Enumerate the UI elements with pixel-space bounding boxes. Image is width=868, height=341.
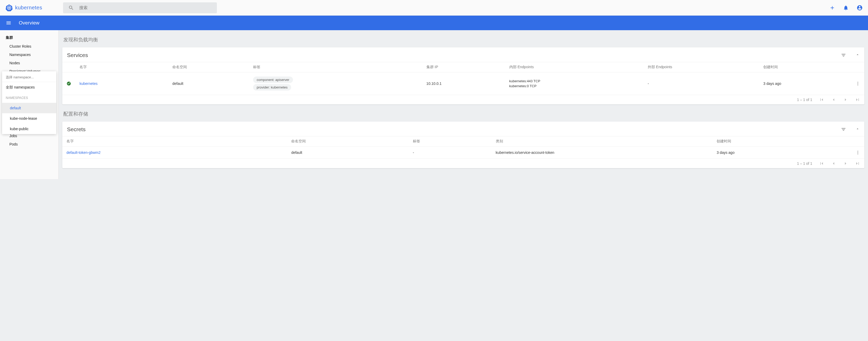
last-page-icon[interactable] — [855, 97, 860, 102]
svg-point-10 — [858, 82, 858, 82]
col-internal-ep: 内部 Endpoints — [505, 62, 644, 72]
namespace-item-default[interactable]: default — [2, 103, 56, 113]
namespace-search-input[interactable] — [6, 75, 53, 79]
kubernetes-logo-icon — [5, 4, 13, 12]
row-more-icon[interactable] — [851, 72, 864, 95]
service-labels: component: apiserver provider: kubernete… — [249, 72, 422, 95]
namespace-search[interactable] — [2, 71, 56, 82]
account-icon[interactable] — [857, 5, 863, 11]
pagination-range: 1 – 1 of 1 — [797, 161, 812, 166]
secret-type: kubernetes.io/service-account-token — [492, 146, 713, 159]
table-row: kubernetes default component: apiserver … — [62, 72, 864, 95]
secret-namespace: default — [287, 146, 408, 159]
row-more-icon[interactable] — [851, 146, 864, 159]
filter-icon[interactable] — [841, 53, 846, 58]
namespace-section-label: NAMESPACES — [2, 93, 56, 103]
blue-bar: Overview — [0, 15, 868, 30]
svg-point-15 — [858, 154, 858, 155]
col-name: 名字 — [75, 62, 168, 72]
first-page-icon[interactable] — [819, 161, 824, 166]
services-table: 名字 命名空间 标签 集群 IP 内部 Endpoints 外部 Endpoin… — [62, 62, 864, 95]
service-namespace: default — [168, 72, 249, 95]
svg-point-13 — [858, 151, 858, 151]
service-external-ep: - — [644, 72, 759, 95]
services-card-title: Services — [67, 52, 88, 58]
sidebar-item-pods[interactable]: Pods — [0, 140, 58, 148]
sidebar-item-namespaces[interactable]: Namespaces — [0, 50, 58, 59]
service-cluster-ip: 10.10.0.1 — [422, 72, 505, 95]
secrets-pagination: 1 – 1 of 1 — [62, 159, 864, 168]
section-discovery-title: 发现和负载均衡 — [63, 36, 863, 43]
collapse-icon[interactable] — [856, 127, 860, 132]
topbar-icons — [830, 5, 863, 11]
svg-point-14 — [858, 152, 858, 153]
filter-icon[interactable] — [841, 127, 846, 132]
logo[interactable]: kubernetes — [5, 4, 42, 12]
search-icon — [68, 5, 74, 11]
sidebar-item-cluster-roles[interactable]: Cluster Roles — [0, 42, 58, 50]
secrets-card: Secrets 名字 命名空间 标签 类别 创建时间 default- — [62, 122, 864, 168]
prev-page-icon[interactable] — [831, 161, 836, 166]
service-internal-ep: kubernetes:443 TCP kubernetes:0 TCP — [505, 72, 644, 95]
section-config-title: 配置和存储 — [63, 111, 863, 117]
secrets-card-title: Secrets — [67, 126, 86, 133]
col-external-ep: 外部 Endpoints — [644, 62, 759, 72]
col-namespace: 命名空间 — [168, 62, 249, 72]
sidebar-group-cluster: 集群 — [0, 33, 58, 42]
col-labels: 标签 — [249, 62, 422, 72]
logo-text: kubernetes — [15, 5, 42, 11]
col-namespace: 命名空间 — [287, 136, 408, 146]
col-type: 类别 — [492, 136, 713, 146]
create-icon[interactable] — [830, 5, 835, 11]
next-page-icon[interactable] — [843, 161, 848, 166]
first-page-icon[interactable] — [819, 97, 824, 102]
namespace-item-kube-public[interactable]: kube-public — [2, 124, 56, 134]
table-row: default-token-gbwm2 default - kubernetes… — [62, 146, 864, 159]
col-name: 名字 — [62, 136, 287, 146]
col-created: 创建时间 — [759, 62, 851, 72]
services-card: Services 名字 命名空间 标签 集群 IP 内部 Endpoints 外… — [62, 47, 864, 104]
label-chip: provider: kubernetes — [253, 84, 291, 91]
next-page-icon[interactable] — [843, 97, 848, 102]
col-created: 创建时间 — [712, 136, 851, 146]
menu-icon[interactable] — [6, 20, 11, 26]
label-chip: component: apiserver — [253, 76, 293, 83]
secrets-table: 名字 命名空间 标签 类别 创建时间 default-token-gbwm2 d… — [62, 136, 864, 159]
service-name-link[interactable]: kubernetes — [80, 81, 97, 86]
notifications-icon[interactable] — [843, 5, 849, 11]
col-cluster-ip: 集群 IP — [422, 62, 505, 72]
search-input[interactable] — [74, 5, 212, 10]
sidebar-item-nodes[interactable]: Nodes — [0, 59, 58, 67]
search-box[interactable] — [63, 2, 217, 13]
col-labels: 标签 — [409, 136, 492, 146]
collapse-icon[interactable] — [856, 53, 860, 58]
services-pagination: 1 – 1 of 1 — [62, 95, 864, 104]
status-ok-icon — [62, 72, 75, 95]
service-created: 3 days ago — [759, 72, 851, 95]
svg-point-12 — [858, 84, 858, 86]
namespace-all[interactable]: 全部 namespaces — [2, 82, 56, 93]
svg-point-11 — [858, 83, 858, 84]
namespace-item-kube-node-lease[interactable]: kube-node-lease — [2, 113, 56, 124]
secret-labels: - — [409, 146, 492, 159]
prev-page-icon[interactable] — [831, 97, 836, 102]
secret-name-link[interactable]: default-token-gbwm2 — [66, 150, 101, 155]
main-content: 发现和负载均衡 Services 名字 命名空间 标签 集群 IP 内部 End… — [59, 30, 868, 179]
pagination-range: 1 – 1 of 1 — [797, 98, 812, 102]
page-title: Overview — [19, 20, 39, 26]
secret-created: 3 days ago — [712, 146, 851, 159]
top-header: kubernetes — [0, 0, 868, 15]
last-page-icon[interactable] — [855, 161, 860, 166]
sidebar: 集群 Cluster Roles Namespaces Nodes Persis… — [0, 30, 59, 179]
namespace-selector-popup: 全部 namespaces NAMESPACES default kube-no… — [2, 71, 56, 134]
